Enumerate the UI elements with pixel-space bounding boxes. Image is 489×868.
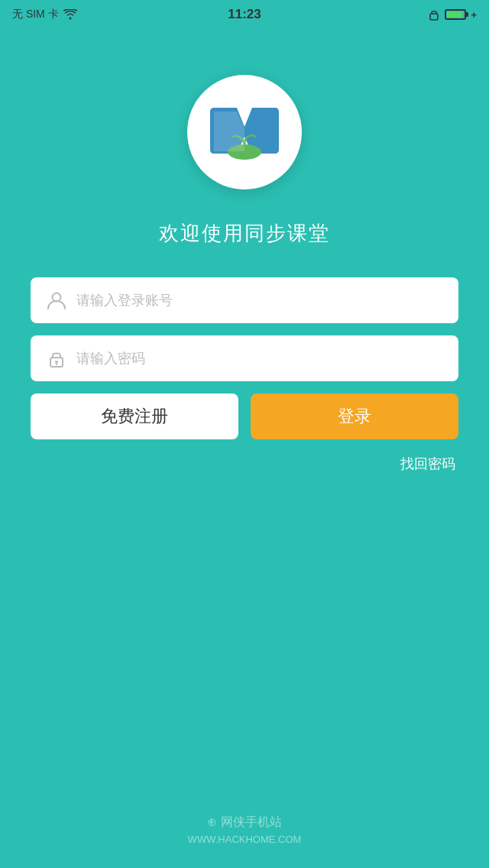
watermark-url: WWW.HACKHOME.COM <box>188 834 302 845</box>
account-input-wrapper <box>31 277 458 323</box>
app-logo <box>187 75 302 189</box>
form-container: 免费注册 登录 找回密码 <box>31 277 458 473</box>
register-button[interactable]: 免费注册 <box>31 394 238 439</box>
battery-icon <box>445 9 466 20</box>
time-display: 11:23 <box>228 7 261 22</box>
svg-point-3 <box>53 293 61 302</box>
watermark: ⊕ 网侠手机站 WWW.HACKHOME.COM <box>188 815 302 845</box>
login-button[interactable]: 登录 <box>251 394 458 439</box>
welcome-text: 欢迎使用同步课堂 <box>159 220 330 247</box>
account-input[interactable] <box>76 293 443 309</box>
charging-indicator: + <box>471 9 477 21</box>
user-icon <box>46 290 67 311</box>
logo-svg <box>202 100 287 165</box>
status-bar: 无 SIM 卡 11:23 + <box>0 0 489 29</box>
status-right: + <box>428 8 477 21</box>
logo-inner <box>202 98 287 167</box>
svg-point-5 <box>55 361 58 364</box>
lock-icon <box>46 348 67 369</box>
carrier-text: 无 SIM 卡 <box>12 8 59 21</box>
wifi-icon <box>63 9 77 20</box>
password-input[interactable] <box>76 351 443 367</box>
watermark-site: ⊕ 网侠手机站 <box>188 815 302 831</box>
buttons-row: 免费注册 登录 <box>31 394 458 439</box>
svg-rect-0 <box>430 14 438 20</box>
lock-status-icon <box>428 8 440 21</box>
password-input-wrapper <box>31 335 458 381</box>
status-left: 无 SIM 卡 <box>12 8 77 21</box>
main-content: 欢迎使用同步课堂 <box>0 29 489 473</box>
forgot-password-link[interactable]: 找回密码 <box>31 455 458 473</box>
